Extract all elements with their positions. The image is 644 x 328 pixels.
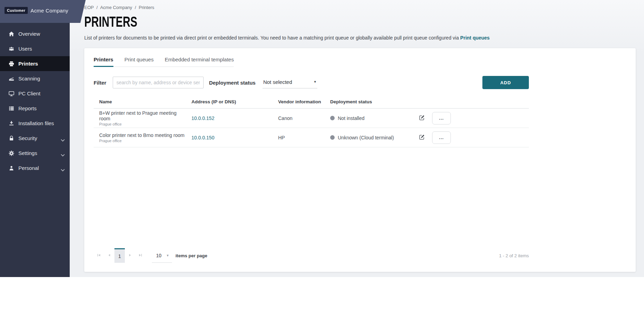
next-page-button[interactable] xyxy=(125,248,135,263)
company-name: Acme Company xyxy=(31,8,68,14)
deployment-status-cell: Unknown (Cloud terminal) xyxy=(325,135,418,140)
chevron-down-icon xyxy=(61,152,65,158)
last-page-icon xyxy=(138,253,143,259)
more-actions-button[interactable]: ... xyxy=(432,112,451,124)
items-per-page-label: items per page xyxy=(175,253,207,258)
sidebar-item-installation-files[interactable]: Installation files xyxy=(0,116,70,131)
sidebar-item-printers[interactable]: Printers xyxy=(0,56,70,71)
last-page-button[interactable] xyxy=(135,248,146,263)
filter-label: Filter xyxy=(94,80,106,86)
download-icon xyxy=(8,120,15,127)
pagination: 1 10 ▼ items per page 1 - 2 of 2 items xyxy=(94,248,529,263)
column-header-address: Address (IP or DNS) xyxy=(186,99,273,104)
tab-embedded-terminal-templates[interactable]: Embedded terminal templates xyxy=(165,53,234,67)
filter-row: Filter Deployment status Not selected ▼ … xyxy=(94,76,529,89)
deployment-status-select[interactable]: Not selected ▼ xyxy=(263,77,317,88)
printers-card: Printers Print queues Embedded terminal … xyxy=(84,48,636,272)
sidebar-item-security[interactable]: Security xyxy=(0,131,70,146)
printer-address-link[interactable]: 10.0.0.152 xyxy=(191,115,214,121)
sidebar-item-label: Settings xyxy=(18,150,37,156)
sidebar-item-label: Security xyxy=(18,135,37,141)
printer-name: B+W printer next to Prague meeting room xyxy=(99,110,186,121)
sidebar-nav: Overview Users Printers Scanning PC Clie… xyxy=(0,26,70,175)
table-header-row: Name Address (IP or DNS) Vendor informat… xyxy=(94,95,529,109)
more-actions-button[interactable]: ... xyxy=(432,131,451,144)
table-row: B+W printer next to Prague meeting room … xyxy=(94,109,529,128)
sidebar-item-label: Installation files xyxy=(18,120,54,126)
sidebar-item-settings[interactable]: Settings xyxy=(0,146,70,161)
tab-bar: Printers Print queues Embedded terminal … xyxy=(94,53,234,67)
deployment-status-cell: Not installed xyxy=(325,115,418,121)
screen: Overview Users Printers Scanning PC Clie… xyxy=(0,0,644,328)
add-button[interactable]: ADD xyxy=(482,76,529,89)
status-text: Unknown (Cloud terminal) xyxy=(338,135,394,140)
printer-vendor: Canon xyxy=(273,115,325,121)
tab-print-queues[interactable]: Print queues xyxy=(124,53,154,67)
sidebar-item-users[interactable]: Users xyxy=(0,41,70,56)
scanner-icon xyxy=(8,76,15,82)
sidebar: Overview Users Printers Scanning PC Clie… xyxy=(0,0,70,277)
printer-location: Prague office xyxy=(99,122,186,126)
page-description: List of printers for documents to be pri… xyxy=(84,35,636,41)
edit-icon xyxy=(419,134,425,141)
page-size-select[interactable]: 10 ▼ xyxy=(152,248,172,263)
deployment-status-value: Not selected xyxy=(263,79,292,85)
edit-icon xyxy=(419,115,425,122)
lock-icon xyxy=(8,135,15,141)
monitor-icon xyxy=(8,90,15,97)
status-dot xyxy=(330,135,335,140)
sidebar-item-scanning[interactable]: Scanning xyxy=(0,71,70,86)
sidebar-item-reports[interactable]: Reports xyxy=(0,101,70,116)
gear-icon xyxy=(8,150,15,156)
breadcrumb-printers: Printers xyxy=(139,5,154,10)
edit-button[interactable] xyxy=(418,133,432,142)
card-inner: Printers Print queues Embedded terminal … xyxy=(94,53,529,147)
page-number-button[interactable]: 1 xyxy=(114,248,125,263)
items-range-label: 1 - 2 of 2 items xyxy=(499,253,529,258)
chevron-down-icon xyxy=(61,167,65,173)
sidebar-item-label: Personal xyxy=(18,165,39,171)
next-page-icon xyxy=(128,253,132,259)
breadcrumb: EOP / Acme Company / Printers xyxy=(84,5,636,10)
tab-printers[interactable]: Printers xyxy=(94,53,113,67)
breadcrumb-separator: / xyxy=(135,5,136,10)
previous-page-icon xyxy=(107,253,112,259)
sidebar-item-label: PC Client xyxy=(18,90,40,96)
status-text: Not installed xyxy=(338,115,364,121)
caret-down-icon: ▼ xyxy=(166,254,169,257)
sidebar-item-label: Scanning xyxy=(18,76,40,81)
sidebar-item-overview[interactable]: Overview xyxy=(0,26,70,41)
printer-vendor: HP xyxy=(273,135,325,140)
breadcrumb-eop[interactable]: EOP xyxy=(84,5,94,10)
printer-address-link[interactable]: 10.0.0.150 xyxy=(191,135,214,140)
sidebar-item-label: Printers xyxy=(18,61,38,67)
reports-icon xyxy=(8,105,15,112)
first-page-button[interactable] xyxy=(94,248,104,263)
page-size-value: 10 xyxy=(156,253,162,258)
printer-name-cell: B+W printer next to Prague meeting room … xyxy=(94,110,186,126)
printer-location: Prague office xyxy=(99,139,186,143)
search-input[interactable] xyxy=(113,77,204,88)
printer-name-cell: Color printer next to Brno meeting room … xyxy=(94,132,186,143)
printer-icon xyxy=(8,61,15,67)
sidebar-item-pc-client[interactable]: PC Client xyxy=(0,86,70,101)
breadcrumb-acme-company[interactable]: Acme Company xyxy=(100,5,132,10)
person-icon xyxy=(8,165,15,171)
printers-table: Name Address (IP or DNS) Vendor informat… xyxy=(94,95,529,147)
page-description-text: List of printers for documents to be pri… xyxy=(84,35,460,41)
table-row: Color printer next to Brno meeting room … xyxy=(94,128,529,147)
printer-name: Color printer next to Brno meeting room xyxy=(99,132,186,138)
previous-page-button[interactable] xyxy=(104,248,114,263)
print-queues-link[interactable]: Print queues xyxy=(460,35,490,41)
customer-badge: Customer xyxy=(5,7,28,14)
deployment-status-label: Deployment status xyxy=(209,80,256,86)
edit-button[interactable] xyxy=(418,114,432,122)
users-icon xyxy=(8,46,15,52)
customer-banner: Customer Acme Company xyxy=(0,0,86,23)
column-header-name: Name xyxy=(94,99,186,104)
app-window: Overview Users Printers Scanning PC Clie… xyxy=(0,0,644,277)
home-icon xyxy=(8,31,15,37)
column-header-deployment-status: Deployment status xyxy=(325,99,418,104)
breadcrumb-separator: / xyxy=(96,5,98,10)
sidebar-item-personal[interactable]: Personal xyxy=(0,161,70,175)
